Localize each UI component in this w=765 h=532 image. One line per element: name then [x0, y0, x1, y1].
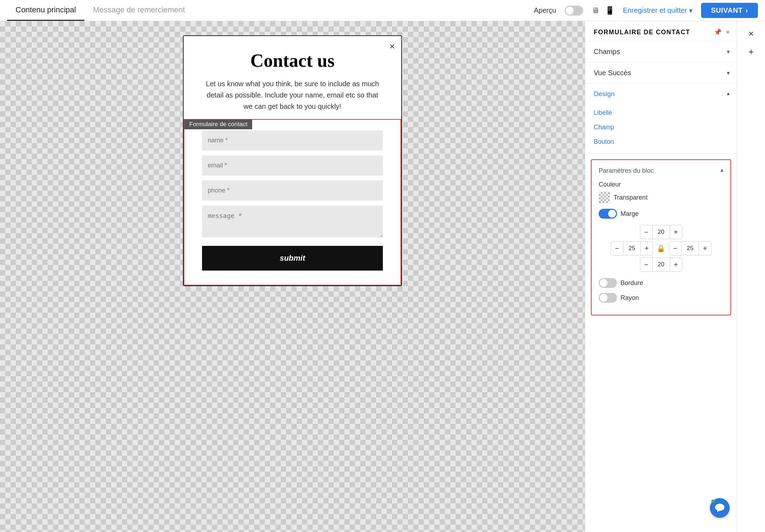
margin-right-plus[interactable]: + — [699, 242, 711, 255]
vue-succes-chevron-icon: ▾ — [727, 70, 730, 76]
bouton-label: Bouton — [594, 138, 614, 145]
panel-section-vue-succes: Vue Succès ▾ — [585, 63, 737, 84]
suivant-label: SUIVANT — [711, 6, 743, 14]
apercu-toggle[interactable] — [565, 6, 583, 16]
top-tabs: Contenu principal Message de remerciemen… — [7, 0, 194, 21]
mobile-icon[interactable]: 📱 — [605, 6, 615, 15]
design-chevron-icon: ▾ — [727, 91, 730, 97]
rayon-row: Rayon — [599, 293, 723, 303]
color-swatch[interactable] — [599, 192, 610, 203]
margin-top-value[interactable] — [652, 225, 670, 239]
form-modal: × Contact us Let us know what you think,… — [183, 35, 402, 286]
form-contact-wrapper: Formulaire de contact submit — [184, 119, 401, 285]
margin-top-stepper: − + — [640, 225, 682, 239]
design-sub-items: Libellé Champ Bouton — [585, 104, 737, 153]
params-block: Paramètres du bloc ▾ Couleur Transparent… — [591, 159, 731, 315]
couleur-row: Transparent — [599, 192, 723, 203]
far-close-icon[interactable]: × — [748, 28, 754, 39]
marge-row: Marge — [599, 209, 723, 219]
margin-right-stepper: − + — [669, 241, 711, 255]
submit-button[interactable]: submit — [202, 246, 383, 271]
champ-label: Champ — [594, 124, 614, 131]
margin-bottom-stepper: − + — [640, 258, 682, 272]
arrow-right-icon: › — [746, 6, 748, 14]
form-contact-label: Formulaire de contact — [184, 119, 252, 129]
couleur-value: Transparent — [613, 194, 647, 201]
design-header[interactable]: Design ▾ — [585, 84, 737, 104]
modal-close-icon[interactable]: × — [390, 41, 395, 52]
panel-header-icons: 📌 × — [714, 28, 730, 36]
vue-succes-label: Vue Succès — [594, 69, 631, 77]
pin-icon[interactable]: 📌 — [714, 28, 722, 36]
canvas-area: × Contact us Let us know what you think,… — [0, 21, 585, 532]
params-chevron-icon: ▾ — [720, 167, 723, 174]
desktop-icon[interactable]: 🖥 — [592, 6, 599, 15]
margin-left-value[interactable] — [623, 242, 641, 255]
params-title: Paramètres du bloc — [599, 167, 654, 175]
bordure-row: Bordure — [599, 278, 723, 288]
margin-top-row: − + — [626, 225, 696, 239]
margin-bottom-row: − + — [626, 258, 696, 272]
far-plus-icon[interactable]: + — [748, 46, 754, 57]
far-right-panel: × + — [737, 21, 765, 532]
tab-main-label: Contenu principal — [16, 5, 76, 14]
bordure-label: Bordure — [621, 279, 643, 287]
vue-succes-header[interactable]: Vue Succès ▾ — [585, 63, 737, 83]
modal-description: Let us know what you think, be sure to i… — [201, 78, 384, 112]
bordure-toggle[interactable] — [599, 278, 617, 288]
margin-top-minus[interactable]: − — [640, 225, 652, 239]
margin-top-plus[interactable]: + — [670, 225, 682, 239]
panel-header: FORMULAIRE DE CONTACT 📌 × — [585, 21, 737, 41]
margin-left-minus[interactable]: − — [611, 242, 623, 255]
margin-grid: − + − + 🔒 − — [599, 225, 723, 272]
margin-bottom-plus[interactable]: + — [670, 258, 682, 271]
margin-bottom-minus[interactable]: − — [640, 258, 652, 271]
panel-title: FORMULAIRE DE CONTACT — [594, 29, 690, 36]
device-icons: 🖥 📱 — [592, 6, 615, 15]
design-item-libelle[interactable]: Libellé — [585, 106, 737, 120]
lock-icon[interactable]: 🔒 — [655, 243, 667, 254]
name-field[interactable] — [202, 130, 383, 150]
margin-middle-row: − + 🔒 − + — [611, 241, 711, 255]
design-item-bouton[interactable]: Bouton — [585, 135, 737, 149]
tab-thanks[interactable]: Message de remerciement — [84, 0, 193, 21]
modal-title: Contact us — [201, 50, 384, 71]
champs-chevron-icon: ▾ — [727, 48, 730, 55]
margin-left-plus[interactable]: + — [641, 242, 653, 255]
panel-close-icon[interactable]: × — [726, 29, 730, 36]
phone-field[interactable] — [202, 181, 383, 201]
margin-right-minus[interactable]: − — [669, 242, 681, 255]
panel-section-design: Design ▾ Libellé Champ Bouton — [585, 84, 737, 154]
main-layout: × Contact us Let us know what you think,… — [0, 21, 765, 532]
design-label: Design — [594, 90, 615, 98]
marge-label: Marge — [621, 210, 639, 218]
couleur-section-label: Couleur — [599, 181, 723, 188]
champs-header[interactable]: Champs ▾ — [585, 41, 737, 62]
chat-green-dot — [711, 500, 715, 503]
tab-main[interactable]: Contenu principal — [7, 0, 84, 21]
modal-body: Contact us Let us know what you think, b… — [184, 36, 401, 112]
margin-bottom-value[interactable] — [652, 258, 670, 271]
margin-right-value[interactable] — [681, 242, 699, 255]
chevron-down-icon: ▾ — [689, 6, 693, 15]
suivant-button[interactable]: SUIVANT › — [701, 3, 758, 18]
params-header: Paramètres du bloc ▾ — [599, 167, 723, 175]
libelle-label: Libellé — [594, 109, 612, 116]
apercu-label: Aperçu — [534, 6, 556, 14]
tab-thanks-label: Message de remerciement — [93, 5, 185, 14]
right-panel: FORMULAIRE DE CONTACT 📌 × Champs ▾ Vue S… — [585, 21, 737, 532]
margin-left-stepper: − + — [611, 241, 653, 255]
form-contact-inner: submit — [184, 120, 401, 285]
rayon-toggle[interactable] — [599, 293, 617, 303]
champs-label: Champs — [594, 48, 620, 56]
panel-section-champs: Champs ▾ — [585, 41, 737, 63]
message-field[interactable] — [202, 206, 383, 237]
email-field[interactable] — [202, 155, 383, 176]
enregistrer-button[interactable]: Enregistrer et quitter ▾ — [623, 6, 693, 15]
marge-toggle[interactable] — [599, 209, 617, 219]
top-bar-right: Aperçu 🖥 📱 Enregistrer et quitter ▾ SUIV… — [534, 3, 758, 18]
rayon-label: Rayon — [621, 294, 639, 302]
chat-bubble-button[interactable] — [710, 498, 730, 518]
enregistrer-label: Enregistrer et quitter — [623, 6, 687, 14]
design-item-champ[interactable]: Champ — [585, 120, 737, 135]
